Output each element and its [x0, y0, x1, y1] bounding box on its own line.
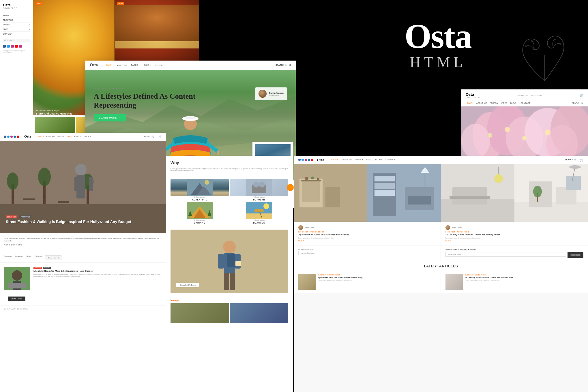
travel-cat-adventure[interactable]: 8 Destinations ADVENTURE	[171, 179, 229, 201]
ip-nl-field-label: Email For Any Query	[298, 248, 436, 250]
instagram-icon[interactable]	[11, 45, 14, 48]
fp-share-facebook[interactable]: Facebook	[4, 255, 12, 260]
travel-person-section: Check Out My Des...	[166, 227, 293, 296]
fp-nav-pages[interactable]: PAGES ▾	[57, 136, 64, 138]
svg-rect-81	[374, 176, 395, 181]
fp-read[interactable]: READ CONTINUE	[4, 244, 162, 246]
ip-instagram-icon[interactable]	[305, 159, 307, 161]
banner-title: Osta	[405, 19, 471, 54]
fp-article-2-img	[4, 267, 30, 290]
svg-point-1	[531, 40, 533, 42]
lb-hero-image	[461, 106, 588, 164]
nav-about[interactable]: ABOUT ME	[3, 18, 30, 22]
fp-cart[interactable]: 🛒	[158, 135, 162, 138]
ip-article-2-author: Andie Foster	[445, 225, 583, 230]
lb-nav-home[interactable]: HOME ▾	[466, 102, 473, 104]
fp-twitter-icon[interactable]	[7, 136, 10, 138]
carousel-next-button[interactable]: ›	[287, 184, 294, 191]
svg-point-50	[259, 182, 265, 187]
ip-facebook-icon[interactable]	[298, 159, 301, 161]
lifestyle-grid-btn[interactable]: ⊞	[289, 64, 291, 66]
ip-author-avatar-1	[298, 225, 303, 230]
fp-instagram-icon[interactable]	[10, 136, 13, 138]
lifestyle-nav-about[interactable]: ABOUT ME	[117, 64, 127, 66]
facebook-icon[interactable]	[3, 45, 6, 48]
travel-cat-popular[interactable]: 6 Destinations POPULAR	[230, 179, 288, 201]
ip-youtube-icon[interactable]	[311, 159, 313, 161]
lb-nav-video[interactable]: VIDEO	[501, 102, 508, 104]
lifestyle-nav-home[interactable]: HOME ▾	[105, 64, 113, 66]
ip-nl-subscribe-input[interactable]	[445, 252, 566, 257]
svg-point-20	[488, 133, 492, 138]
travel-cat-beaches[interactable]: 5 Destinations BEACHES	[230, 202, 288, 224]
lb-nav-contact[interactable]: CONTACT	[520, 102, 530, 104]
ip-nav-home[interactable]: HOME ▾	[331, 159, 338, 161]
ip-article-2-read[interactable]: READ IT	[445, 240, 451, 242]
lb-nav-blog[interactable]: BLOG ▾	[510, 102, 518, 104]
svg-rect-64	[227, 254, 235, 267]
lifestyle-nav-blog[interactable]: BLOG ▾	[144, 64, 151, 66]
twitter-icon[interactable]	[7, 45, 10, 48]
ip-nl-subscribe-button[interactable]: SUBSCRIBE	[568, 252, 583, 258]
nav-pages[interactable]: PAGES ›	[3, 22, 30, 27]
top-banner: Osta HTML	[288, 0, 588, 89]
fp-youtube-icon[interactable]	[17, 136, 19, 138]
fp-share-button[interactable]: Share Now ⊕	[45, 255, 61, 260]
fp-nav-about[interactable]: ABOUT ME	[46, 136, 55, 138]
fp-facebook-icon[interactable]	[4, 136, 6, 138]
ip-nl-email-input[interactable]	[298, 251, 436, 255]
ip-nav-pages[interactable]: PAGES ▾	[355, 159, 363, 161]
travel-cat-camping[interactable]: 9 Destinations CAMPING	[171, 202, 229, 224]
lifestyle-brand[interactable]: Osta	[90, 63, 98, 67]
ip-nav-contact[interactable]: CONTACT	[385, 159, 395, 161]
svg-point-92	[494, 174, 503, 183]
fp-share-icon: ⊕	[57, 257, 59, 259]
fp-search[interactable]: SEARCH 🔍	[144, 136, 154, 138]
lifestyle-search-btn[interactable]: SEARCH 🔍	[276, 64, 287, 66]
lb-nav-pages[interactable]: PAGES ▾	[490, 102, 498, 104]
fp-nav-contact[interactable]: CONTACT	[83, 136, 91, 138]
fp-nav-video[interactable]: VIDEO	[67, 136, 72, 138]
lifestyle-nav-pages[interactable]: PAGES ▾	[131, 64, 140, 66]
fp-linkedin-icon[interactable]	[14, 136, 16, 138]
fp-social	[4, 136, 19, 138]
lb-header: Osta LIFESTYLEBLOG ✉ EMAIL: HELLO@OSTA.C…	[461, 89, 588, 100]
food-blog-subtitle: FOOD BLOG	[3, 7, 30, 9]
youtube-icon[interactable]	[15, 45, 18, 48]
lb-search[interactable]: SEARCH 🔍	[572, 102, 583, 104]
ip-nav-about[interactable]: ABOUT ME	[341, 159, 352, 161]
fp-share-instagram[interactable]: Instagram	[15, 255, 23, 260]
fp-nav-blog[interactable]: BLOG ▾	[74, 136, 80, 138]
lb-nav-about[interactable]: ABOUT ME	[476, 102, 487, 104]
ip-search[interactable]: SEARCH 🔍	[565, 159, 576, 161]
ip-nav-video[interactable]: VIDEO	[366, 159, 372, 161]
fp-article-2-tag1: READ 2020	[33, 267, 42, 269]
lifestyle-nav-contact[interactable]: CONTACT	[155, 64, 164, 66]
sidebar-search[interactable]: 🔍 SEARCH	[3, 39, 30, 42]
svg-rect-57	[246, 213, 272, 219]
travel-cat-adventure-label: ADVENTURE	[171, 199, 229, 201]
ip-nav-blog[interactable]: BLOG ▾	[375, 159, 383, 161]
lb-cart[interactable]: 🛒	[580, 94, 583, 97]
ip-linkedin-icon[interactable]	[308, 159, 310, 161]
nav-home[interactable]: HOME	[3, 13, 30, 18]
svg-point-0	[525, 45, 527, 47]
fp-share-pinterest[interactable]: Pinterest	[35, 255, 42, 260]
ip-hero-img-1	[294, 164, 367, 222]
travel-cat-popular-count: 6 Destinations	[230, 196, 288, 198]
nav-contact[interactable]: CONTACT	[3, 32, 30, 36]
nav-blog[interactable]: BLOG ›	[3, 27, 30, 32]
fp-nav-home[interactable]: HOME ▾	[37, 136, 44, 138]
travel-checkout-button[interactable]: Check Out My Des...	[176, 283, 199, 287]
ip-twitter-icon[interactable]	[302, 159, 304, 161]
ip-cart[interactable]: 🛒	[580, 158, 583, 162]
ip-article-1-read[interactable]: READ IT	[298, 240, 304, 242]
ip-latest-excerpt-2: Lorem ipsum dolor sit amet consectetur a…	[465, 280, 583, 282]
svg-rect-91	[450, 196, 490, 199]
fp-headline: Street Fashion & Walking Is Beign Inspir…	[6, 220, 160, 224]
fp-readmore-button[interactable]: READ MORE	[8, 297, 25, 301]
hero-cta-button[interactable]: LEARN MORE →	[94, 114, 126, 121]
svg-point-18	[461, 124, 490, 158]
pinterest-icon[interactable]	[19, 45, 22, 48]
fp-share-twitter[interactable]: Twitter	[26, 255, 31, 260]
